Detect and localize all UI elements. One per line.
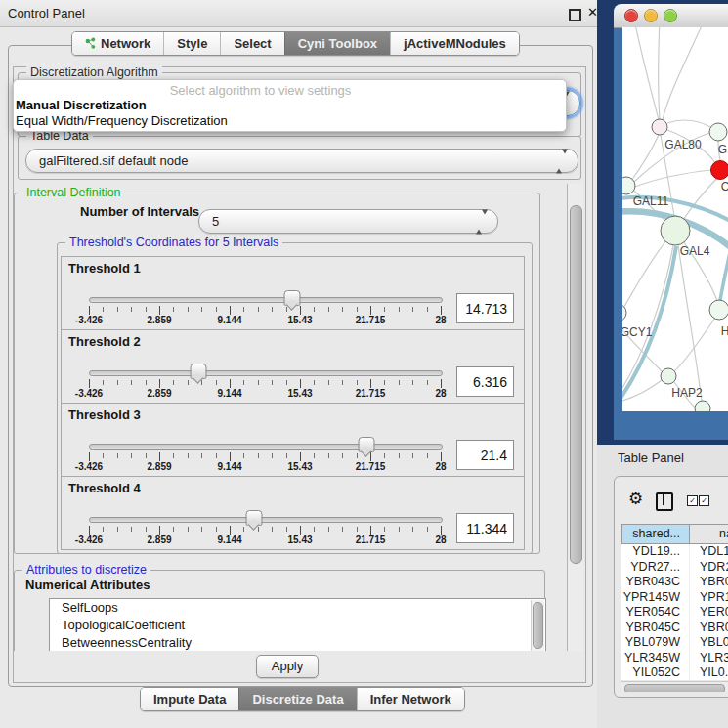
float-window-button[interactable] bbox=[569, 9, 581, 21]
close-traffic-light-icon[interactable] bbox=[624, 9, 638, 22]
network-canvas[interactable]: GAL80G.CGAL11GAL4GCY1HHAP2 bbox=[622, 27, 728, 411]
cell-name[interactable]: YER0... bbox=[690, 605, 728, 621]
tab-network[interactable]: Network bbox=[72, 32, 163, 55]
tab-discretize-data[interactable]: Discretize Data bbox=[238, 688, 356, 710]
network-node-hap2[interactable] bbox=[661, 368, 676, 384]
tab-cyni-toolbox[interactable]: Cyni Toolbox bbox=[284, 32, 390, 55]
cell-shared-name[interactable]: YER054C bbox=[621, 605, 690, 621]
gear-icon[interactable]: ⚙ bbox=[628, 490, 643, 509]
dropdown-option-manual-discretization[interactable]: Manual Discretization bbox=[16, 98, 147, 112]
table-horizontal-scrollbar[interactable] bbox=[621, 681, 728, 692]
attribute-item-topologicalcoefficient[interactable]: TopologicalCoefficient bbox=[50, 617, 545, 634]
num-intervals-combobox[interactable]: 5 bbox=[198, 209, 498, 234]
settings-scrollbar-thumb[interactable] bbox=[570, 205, 582, 564]
threshold-3-slider-thumb[interactable] bbox=[359, 437, 375, 452]
table-hscrollbar-thumb[interactable] bbox=[624, 684, 725, 693]
column-header-shared-name[interactable]: shared... bbox=[621, 524, 690, 544]
threshold-4-value-field[interactable]: 11.344 bbox=[456, 513, 514, 543]
network-node-c[interactable] bbox=[711, 161, 728, 180]
network-node-h[interactable] bbox=[709, 300, 728, 320]
threshold-1-slider-track[interactable] bbox=[89, 297, 443, 303]
cell-shared-name[interactable]: YLR345W bbox=[621, 651, 690, 666]
cell-name[interactable]: YBR0... bbox=[690, 621, 728, 636]
cell-shared-name[interactable]: YBL079W bbox=[621, 635, 690, 651]
cell-shared-name[interactable]: YBR045C bbox=[621, 621, 690, 636]
attribute-item-betweennesscentrality[interactable]: BetweennessCentrality bbox=[50, 634, 545, 651]
slider-tick-label: -3.426 bbox=[60, 388, 118, 399]
attributes-scrollbar[interactable] bbox=[531, 600, 544, 651]
cell-name[interactable]: YIL0... bbox=[690, 665, 728, 680]
slider-minor-ticks bbox=[89, 527, 442, 532]
table-row[interactable]: YBR043CYBR0... bbox=[621, 575, 728, 590]
table-row[interactable]: YIL052CYIL0... bbox=[621, 665, 728, 680]
threshold-3-value-field[interactable]: 21.4 bbox=[456, 440, 514, 470]
cell-name[interactable]: YLR3... bbox=[690, 651, 728, 666]
cell-shared-name[interactable]: YDR27... bbox=[621, 560, 690, 576]
minimize-traffic-light-icon[interactable] bbox=[644, 9, 658, 22]
threshold-3-slider-track[interactable] bbox=[89, 444, 443, 450]
cell-shared-name[interactable]: YDL19... bbox=[621, 544, 690, 560]
screen: Control Panel ✕ NetworkStyleSelectCyni T… bbox=[0, 0, 728, 728]
network-node-gal4[interactable] bbox=[661, 216, 690, 245]
cell-name[interactable]: YBL0... bbox=[690, 635, 728, 651]
slider-tick-label: 21.715 bbox=[341, 535, 400, 545]
cell-name[interactable]: YDL1... bbox=[690, 544, 728, 560]
cell-shared-name[interactable]: YPR145W bbox=[621, 590, 690, 606]
threshold-1-slider-thumb[interactable] bbox=[283, 290, 300, 306]
slider-major-tick bbox=[370, 452, 371, 461]
threshold-2-slider-track[interactable] bbox=[89, 370, 443, 376]
threshold-4-slider-track[interactable] bbox=[89, 517, 443, 523]
attributes-scrollbar-thumb[interactable] bbox=[533, 602, 543, 649]
attribute-item-selfloops[interactable]: SelfLoops bbox=[50, 599, 545, 617]
table-panel-title: Table Panel bbox=[618, 450, 684, 465]
network-node-label: C bbox=[721, 180, 728, 193]
numerical-attributes-list[interactable]: SelfLoopsTopologicalCoefficientBetweenne… bbox=[49, 598, 546, 651]
tab-select[interactable]: Select bbox=[220, 32, 283, 55]
cell-name[interactable]: YDR2... bbox=[690, 560, 728, 576]
table-data-combobox[interactable]: galFiltered.sif default node bbox=[25, 149, 578, 173]
network-node-gal11[interactable] bbox=[622, 177, 635, 194]
interval-definition-title: Interval Definition bbox=[22, 186, 125, 199]
cell-name[interactable]: YPR1... bbox=[690, 590, 728, 606]
network-node-label: GAL80 bbox=[664, 138, 702, 151]
tab-style[interactable]: Style bbox=[163, 32, 220, 55]
table-row[interactable]: YER054CYER0... bbox=[621, 605, 728, 621]
network-node-g[interactable] bbox=[709, 123, 727, 141]
cell-name[interactable]: YBR0... bbox=[690, 575, 728, 590]
table-row[interactable]: YLR345WYLR3... bbox=[621, 651, 728, 666]
network-edge bbox=[635, 170, 711, 187]
split-view-icon[interactable] bbox=[656, 492, 673, 511]
slider-major-tick bbox=[441, 452, 442, 461]
cell-shared-name[interactable]: YBR043C bbox=[621, 575, 690, 590]
network-node-gcy1[interactable] bbox=[622, 304, 626, 321]
dropdown-option-equal-width-frequency[interactable]: Equal Width/Frequency Discretization bbox=[16, 113, 228, 128]
table-row[interactable]: YBR045CYBR0... bbox=[621, 621, 728, 636]
slider-major-tick bbox=[159, 526, 160, 535]
threshold-2-slider-thumb[interactable] bbox=[190, 364, 206, 379]
tab-jactivemnodules[interactable]: jActiveMNodules bbox=[390, 32, 519, 55]
apply-button[interactable]: Apply bbox=[256, 655, 319, 678]
settings-vertical-scrollbar[interactable] bbox=[567, 184, 583, 651]
combo-stepper-icon bbox=[476, 214, 488, 229]
slider-minor-ticks bbox=[89, 380, 442, 385]
zoom-traffic-light-icon[interactable] bbox=[664, 9, 677, 22]
table-row[interactable]: YBL079WYBL0... bbox=[621, 635, 728, 651]
checkbox-icon[interactable]: ✓ bbox=[687, 495, 698, 506]
table-row[interactable]: YDL19...YDL1... bbox=[621, 544, 728, 560]
table-row[interactable]: YDR27...YDR2... bbox=[621, 560, 728, 576]
checkbox-icon[interactable]: ✓ bbox=[699, 495, 709, 506]
threshold-1-value-field[interactable]: 14.713 bbox=[456, 293, 514, 323]
dropdown-placeholder-option[interactable]: Select algorithm to view settings bbox=[14, 83, 507, 98]
attribute-items: SelfLoopsTopologicalCoefficientBetweenne… bbox=[50, 599, 545, 651]
threshold-4-slider-thumb[interactable] bbox=[246, 510, 263, 526]
tab-impute-data[interactable]: Impute Data bbox=[141, 688, 238, 710]
column-header-name[interactable]: na... bbox=[690, 524, 728, 544]
table-row[interactable]: YPR145WYPR1... bbox=[621, 590, 728, 606]
network-node[interactable] bbox=[695, 401, 710, 411]
cell-shared-name[interactable]: YIL052C bbox=[621, 665, 690, 680]
tab-infer-network[interactable]: Infer Network bbox=[357, 688, 464, 710]
algorithm-dropdown-popup: Select algorithm to view settings Manual… bbox=[13, 79, 567, 132]
network-edge bbox=[674, 318, 715, 371]
network-node-gal80[interactable] bbox=[652, 119, 667, 135]
threshold-2-value-field[interactable]: 6.316 bbox=[456, 366, 514, 397]
